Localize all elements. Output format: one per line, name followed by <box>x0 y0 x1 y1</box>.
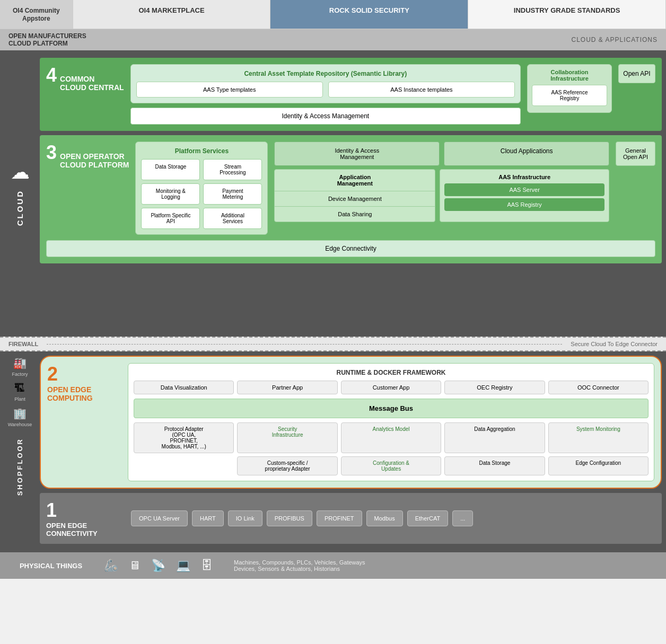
layer2-number: 2 <box>47 363 58 385</box>
cloud-vertical-label: CLOUD <box>15 190 24 226</box>
layer4-inner: 4 COMMON CLOUD CENTRAL Central Asset Tem… <box>46 64 655 125</box>
app-aas-row: Application Management Device Management… <box>274 169 609 222</box>
layer1-profinet: PROFINET <box>317 510 362 526</box>
ps-additional-services: Additional Services <box>203 208 262 229</box>
ps-monitoring-logging: Monitoring & Logging <box>141 183 200 205</box>
sensor-icon: 📡 <box>151 559 165 572</box>
aas-infra-title: AAS Infrastructure <box>444 174 604 180</box>
firewall-left-label: FIREWALL <box>8 341 38 347</box>
tab-marketplace[interactable]: OI4 MARKETPLACE <box>73 0 271 29</box>
runtime-ooc-connector: OOC Connector <box>548 381 649 394</box>
ps-data-storage: Data Storage <box>141 159 200 180</box>
ps-stream-processing: Stream Processing <box>203 159 262 180</box>
message-bus-bar: Message Bus <box>134 399 649 418</box>
layer1-ethercat: EtherCAT <box>407 510 448 526</box>
asset-template-box: Central Asset Template Repository (Seman… <box>130 64 521 103</box>
layer1-block: 1 OPEN EDGE CONNECTIVITY OPC UA Server H… <box>40 493 662 544</box>
ps-platform-api: Platform Specific API <box>141 208 200 229</box>
app-mgmt-col: Application Management Device Management… <box>274 169 435 222</box>
stack-icon: 🗄 <box>201 559 213 572</box>
physical-things-title: PHYSICAL THINGS <box>8 562 93 570</box>
layer3-title: OPEN OPERATOR CLOUD PLATFORM <box>60 152 129 169</box>
layer4-iam-box: Identity & Access Management <box>130 108 521 125</box>
layer2-inner: 2 OPEN EDGE COMPUTING RUNTIME & DOCKER F… <box>47 363 654 481</box>
service-security-infra: Security Infrastructure <box>237 422 337 453</box>
layer4-main-content: Central Asset Template Repository (Seman… <box>130 64 521 125</box>
service-edge-configuration: Edge Configuration <box>548 456 649 475</box>
omp-header-bar: OPEN MANUFACTURERS CLOUD PLATFORM CLOUD … <box>0 29 666 50</box>
layer1-title: OPEN EDGE CONNECTIVITY <box>46 522 120 537</box>
runtime-customer-app: Customer App <box>341 381 441 394</box>
collab-infra-box: Collaboration Infrastructure AAS Referen… <box>527 64 612 113</box>
platform-services-title: Platform Services <box>141 147 262 155</box>
layer1-number: 1 <box>46 499 57 521</box>
runtime-apps-row: Data Visualization Partner App Customer … <box>134 381 649 394</box>
factory-icon: 🏭 <box>13 357 27 369</box>
layer3-iam-box: Identity & Access Management <box>274 142 440 166</box>
shopfloor-label-col: 🏭 Factory 🏗 Plant 🏢 Warehouse SHOPFLOOR <box>0 351 40 552</box>
platform-services-grid: Data Storage Stream Processing Monitorin… <box>141 159 262 229</box>
runtime-title: RUNTIME & DOCKER FRAMEWORK <box>134 369 649 376</box>
layer1-items: OPC UA Server HART IO Link PROFIBUS PROF… <box>131 510 655 526</box>
layer1-hart: HART <box>192 510 224 526</box>
runtime-oec-registry: OEC Registry <box>444 381 545 394</box>
warehouse-label: Warehouse <box>8 422 32 427</box>
platform-services-box: Platform Services Data Storage Stream Pr… <box>135 142 268 235</box>
shopfloor-vertical-label: SHOPFLOOR <box>16 438 24 496</box>
plant-label: Plant <box>14 396 25 402</box>
physical-things-desc: Machines, Compounds, PLCs, Vehicles, Gat… <box>234 559 365 572</box>
data-sharing-label: Data Sharing <box>275 207 435 222</box>
aas-instance-btn[interactable]: AAS Instance templates <box>328 82 515 98</box>
layer4-label: 4 COMMON CLOUD CENTRAL <box>46 64 124 92</box>
service-system-monitoring: System Monitoring <box>548 422 649 453</box>
top-tabs: OI4 Community Appstore OI4 MARKETPLACE R… <box>0 0 666 29</box>
layer1-opc-ua: OPC UA Server <box>131 510 188 526</box>
service-analytics-model: Analytics Model <box>341 422 441 453</box>
layer1-modbus: Modbus <box>366 510 403 526</box>
service-data-storage: Data Storage <box>444 456 545 475</box>
aas-registry-btn[interactable]: AAS Registry <box>444 198 604 211</box>
layer1-more: ... <box>452 510 473 526</box>
collab-infra-title: Collaboration Infrastructure <box>532 69 607 82</box>
aas-reference-registry: AAS Reference Registry <box>532 85 607 106</box>
layer4-title: COMMON CLOUD CENTRAL <box>60 75 124 92</box>
tab-standards[interactable]: INDUSTRY GRADE STANDARDS <box>468 0 666 29</box>
secure-connector-label: Secure Cloud To Edge Connector <box>571 341 658 347</box>
shopfloor-section: 🏭 Factory 🏗 Plant 🏢 Warehouse SHOPFLOOR <box>0 351 666 552</box>
layer1-label: 1 OPEN EDGE CONNECTIVITY <box>46 499 120 537</box>
warehouse-icon: 🏢 <box>13 407 27 420</box>
tab-oi4-appstore[interactable]: OI4 Community Appstore <box>0 0 73 29</box>
iam-cloud-row: Identity & Access Management Cloud Appli… <box>274 142 609 166</box>
device-icon: 🖥 <box>129 559 141 572</box>
service-config-updates: Configuration & Updates <box>341 456 441 475</box>
layer3-number: 3 <box>46 142 57 164</box>
shopfloor-layers: 2 OPEN EDGE COMPUTING RUNTIME & DOCKER F… <box>40 351 666 552</box>
layer1-io-link: IO Link <box>228 510 262 526</box>
service-custom-adapter: Custom-specific / proprietary Adapter <box>237 456 337 475</box>
service-protocol-adapter: Protocol Adapter (OPC UA, PROFINET, Modb… <box>134 422 234 453</box>
physical-icons-row: 🦾 🖥 📡 💻 🗄 <box>104 559 213 572</box>
device-mgmt-label: Device Management <box>275 191 435 207</box>
shopfloor-icon-plant: 🏗 Plant <box>14 382 25 402</box>
cloud-apps-label: CLOUD & APPLICATIONS <box>572 36 658 43</box>
layer4-block: 4 COMMON CLOUD CENTRAL Central Asset Tem… <box>40 58 662 131</box>
tab-security[interactable]: ROCK SOLID SECURITY <box>270 0 468 29</box>
main-container: OI4 Community Appstore OI4 MARKETPLACE R… <box>0 0 666 579</box>
aas-server-btn[interactable]: AAS Server <box>444 183 604 196</box>
runtime-partner-app: Partner App <box>237 381 337 394</box>
robot-icon: 🦾 <box>104 559 118 572</box>
aas-infra-col: AAS Infrastructure AAS Server AAS Regist… <box>440 169 609 222</box>
shopfloor-icon-factory: 🏭 Factory <box>12 357 28 377</box>
layer3-right-services: Identity & Access Management Cloud Appli… <box>274 142 609 222</box>
layer1-profibus: PROFIBUS <box>267 510 312 526</box>
service-data-aggregation: Data Aggregation <box>444 422 545 453</box>
plant-icon: 🏗 <box>14 382 25 394</box>
omp-platform-text: OPEN MANUFACTURERS CLOUD PLATFORM <box>8 32 86 47</box>
layer2-label: 2 OPEN EDGE COMPUTING <box>47 363 121 402</box>
factory-label: Factory <box>12 372 28 377</box>
computer-icon: 💻 <box>176 559 190 572</box>
layer3-cloud-apps-box: Cloud Applications <box>444 142 609 166</box>
layer3-label: 3 OPEN OPERATOR CLOUD PLATFORM <box>46 142 129 169</box>
aas-type-btn[interactable]: AAS Type templates <box>136 82 323 98</box>
layer3-general-api: General Open API <box>616 142 655 166</box>
